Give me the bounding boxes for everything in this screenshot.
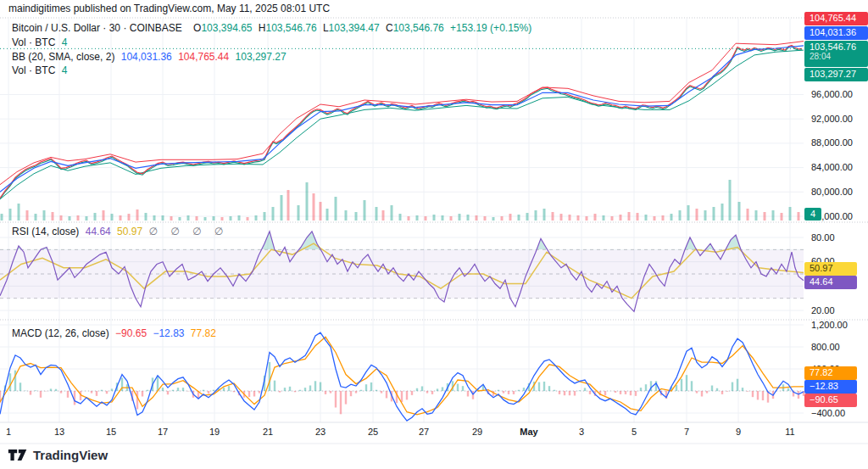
volume-label: Vol · BTC (12, 36, 55, 48)
volume-legend-row-1[interactable]: Vol · BTC 4 (12, 36, 70, 48)
volume-value: 4 (62, 36, 68, 48)
rsi-legend-row[interactable]: RSI (14, close) 44.64 50.97 ∅ ∅ ∅ ∅ (12, 226, 231, 237)
bb-basis-value: 104,031.36 (121, 51, 172, 63)
bb-legend-row[interactable]: BB (20, SMA, close, 2) 104,031.36 104,76… (12, 51, 290, 63)
rsi-label: RSI (14, close) (12, 226, 79, 237)
ohlc-open-value: 103,394.65 (201, 22, 252, 34)
tradingview-logo-text: TradingView (33, 448, 108, 462)
ohlc-low-value: 103,394.47 (329, 22, 380, 34)
bb-lower-value: 103,297.27 (236, 51, 287, 63)
ohlc-close-label: C (386, 22, 393, 34)
macd-label: MACD (12, 26, close) (12, 327, 109, 339)
rsi-divergence-placeholders: ∅ ∅ ∅ ∅ (148, 226, 228, 237)
symbol-title: Bitcoin / U.S. Dollar · 30 · COINBASE (12, 22, 182, 34)
published-attribution: maindigitimes published on TradingView.c… (8, 3, 330, 14)
volume-value-2: 4 (62, 64, 68, 76)
bb-upper-value: 104,765.44 (178, 51, 229, 63)
ohlc-close-value: 103,546.76 (393, 22, 444, 34)
tradingview-chart-widget: maindigitimes published on TradingView.c… (0, 0, 868, 469)
tradingview-logo-icon (8, 449, 28, 461)
ohlc-high-label: H (259, 22, 266, 34)
macd-signal-value: 77.82 (191, 327, 216, 339)
volume-label-2: Vol · BTC (12, 64, 55, 76)
ohlc-high-value: 103,546.76 (266, 22, 317, 34)
rsi-ma-value: 50.97 (117, 226, 142, 237)
macd-legend-row[interactable]: MACD (12, 26, close) −90.65 −12.83 77.82 (12, 327, 220, 339)
macd-line-value: −12.83 (153, 327, 184, 339)
volume-legend-row-2[interactable]: Vol · BTC 4 (12, 64, 70, 76)
tradingview-logo[interactable]: TradingView (8, 448, 108, 462)
ohlc-low-label: L (323, 22, 329, 34)
bb-label: BB (20, SMA, close, 2) (12, 51, 114, 63)
change-value: +153.19 (+0.15%) (450, 22, 531, 34)
rsi-value: 44.64 (86, 226, 111, 237)
symbol-legend-row[interactable]: Bitcoin / U.S. Dollar · 30 · COINBASE O1… (12, 22, 535, 34)
macd-hist-value: −90.65 (115, 327, 147, 339)
